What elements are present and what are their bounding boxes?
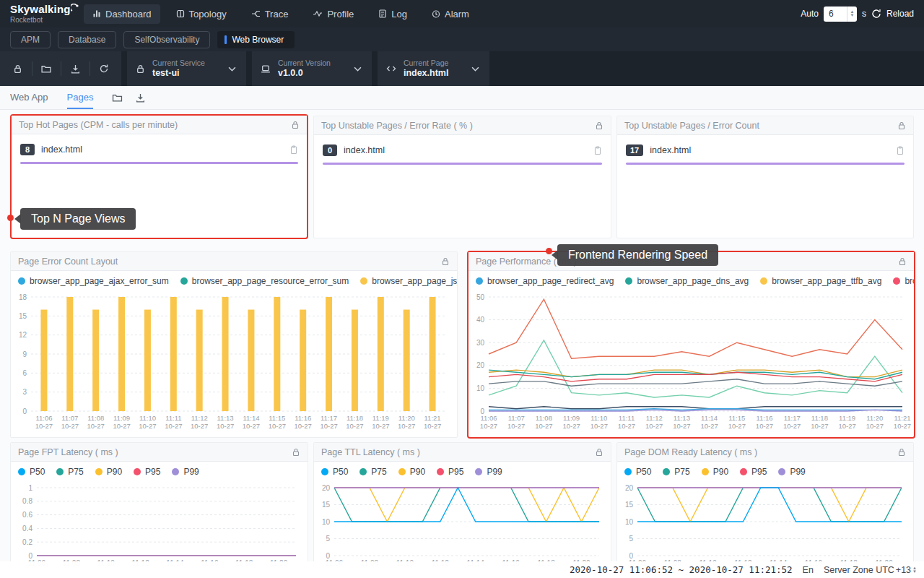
legend-item[interactable]: P95 [740,467,767,477]
time-range-picker[interactable]: 2020-10-27 11:06:52 ~ 2020-10-27 11:21:5… [570,564,793,575]
folder-icon[interactable] [112,93,123,103]
nav-item-trace[interactable]: Trace [243,4,297,24]
legend-label: P95 [448,467,463,477]
download-icon[interactable] [136,93,145,103]
folder-button[interactable] [32,51,61,86]
error-count-bar-chart[interactable]: 036912151811:0610-2711:0710-2711:0810-27… [11,291,456,434]
panel-title: Top Unstable Pages / Error Rate ( % ) [321,121,595,131]
page-performance-line-chart[interactable]: 0102030405011:0610-2711:0710-2711:0810-2… [468,291,912,434]
legend-item[interactable]: P99 [475,467,502,477]
legend-item[interactable]: P50 [18,467,45,477]
legend-item[interactable]: P75 [663,467,689,477]
legend-item[interactable]: P90 [95,467,122,477]
current-page-selector[interactable]: Current Pageindex.html [378,51,490,86]
dom-ready-latency-line-chart[interactable]: 0510152011:0611:0811:1011:1211:1411:1611… [617,482,912,569]
tab-label: Pages [67,92,94,103]
legend-dot-icon [18,468,25,475]
legend-item[interactable]: P90 [702,467,728,477]
legend-item[interactable]: P75 [56,467,83,477]
legend-item[interactable]: P90 [398,467,425,477]
svg-text:10-27: 10-27 [139,422,156,430]
spinner-arrows-icon[interactable]: ▲▼ [847,7,857,22]
legend-item[interactable]: browser_app_page_ajax_error_sum [18,276,169,286]
legend-item[interactable]: P50 [321,467,348,477]
lock-icon[interactable] [595,448,603,457]
lock-icon[interactable] [292,448,300,457]
chip-label: APM [21,35,40,45]
legend-item[interactable]: browser_app_page_resource_error_sum [180,276,349,286]
tab-web-app[interactable]: Web App [10,86,48,109]
chevron-down-icon [228,66,236,72]
lock-icon[interactable] [898,257,907,266]
refresh-button[interactable] [90,51,118,86]
svg-text:0: 0 [28,552,32,560]
nav-label: Trace [265,9,289,20]
nav-item-log[interactable]: Log [370,4,416,24]
tooltip-text: Frontend Rendering Speed [568,249,707,261]
clipboard-icon[interactable] [593,146,602,155]
lock-icon[interactable] [897,448,906,457]
chart-legend: P50P75P90P95P99 [617,462,913,482]
lock-icon[interactable] [595,121,603,130]
selector-value: test-ui [152,68,205,79]
nav-item-profile[interactable]: Profile [304,4,362,24]
svg-text:11:12: 11:12 [191,414,208,422]
legend-item[interactable]: P95 [134,467,160,477]
legend-item[interactable]: P75 [359,467,386,477]
selector-label: Current Version [278,59,331,68]
ttl-latency-line-chart[interactable]: 0510152011:0611:0811:1011:1211:1411:1611… [314,482,609,569]
logo-title: Skywalking [10,4,79,14]
annotation-dot [546,248,552,254]
legend-item[interactable]: browser_app_page_js_error_sum [360,276,457,286]
legend-item[interactable]: browser_app_page_dns_avg [625,276,749,286]
value-badge: 0 [323,144,337,156]
category-tab-web-browser[interactable]: Web Browser [217,31,295,48]
svg-text:10-27: 10-27 [811,422,828,430]
svg-text:10-27: 10-27 [424,422,441,430]
legend-item[interactable]: P99 [172,467,199,477]
reload-icon[interactable] [871,9,881,19]
reload-label[interactable]: Reload [886,9,914,19]
nav-item-topology[interactable]: Topology [167,4,235,24]
legend-item[interactable]: browser_app_page_ttfb_avg [760,276,881,286]
language-toggle[interactable]: En [803,565,814,575]
spinner-arrows-icon[interactable]: ▲▼ [912,566,917,574]
tab-pages[interactable]: Pages [67,86,94,109]
nav-item-alarm[interactable]: Alarm [423,4,478,24]
legend-item[interactable]: P99 [778,467,805,477]
lock-button[interactable] [3,51,32,86]
clipboard-icon[interactable] [896,146,905,155]
chip-label: Database [69,35,105,45]
lock-icon[interactable] [291,121,300,129]
legend-label: P90 [107,467,122,477]
legend-item[interactable]: browser_app_page_tcp_avg [893,276,914,286]
legend-label: P75 [68,467,83,477]
legend-item[interactable]: browser_app_page_redirect_avg [476,276,614,286]
current-service-selector[interactable]: Current Servicetest-ui [127,51,246,86]
clipboard-icon[interactable] [289,145,298,155]
category-tab-database[interactable]: Database [58,31,116,48]
svg-text:10-27: 10-27 [673,422,690,430]
svg-text:11:09: 11:09 [113,414,130,422]
panel-top-hot-pages: Top Hot Pages (CPM - calls per minute) 8… [10,114,308,239]
legend-item[interactable]: P50 [624,467,651,477]
category-tab-apm[interactable]: APM [10,31,51,48]
svg-text:30: 30 [476,339,485,347]
chart-legend: P50P75P90P95P99 [11,462,308,482]
export-button[interactable] [61,51,90,86]
legend-item[interactable]: P95 [437,467,463,477]
svg-text:10-27: 10-27 [590,422,608,430]
nav-item-dashboard[interactable]: Dashboard [84,4,160,24]
auto-value: 6 [824,9,847,19]
category-tab-selfobservability[interactable]: SelfObservability [123,31,210,48]
panel-header: Top Unstable Pages / Error Count [617,116,913,135]
lock-icon[interactable] [441,257,450,266]
zone-label: Server Zone UTC [824,565,894,575]
fpt-latency-line-chart[interactable]: 00.20.40.60.8111:0611:0811:1011:1211:141… [11,482,306,569]
auto-interval-input[interactable]: 6 ▲▼ [824,7,857,22]
svg-text:11:19: 11:19 [839,414,855,422]
current-version-selector[interactable]: Current Versionv1.0.0 [252,51,372,86]
page-tabs: Web App Pages [0,86,924,110]
lock-icon[interactable] [897,121,906,130]
chevron-down-icon [471,66,479,72]
